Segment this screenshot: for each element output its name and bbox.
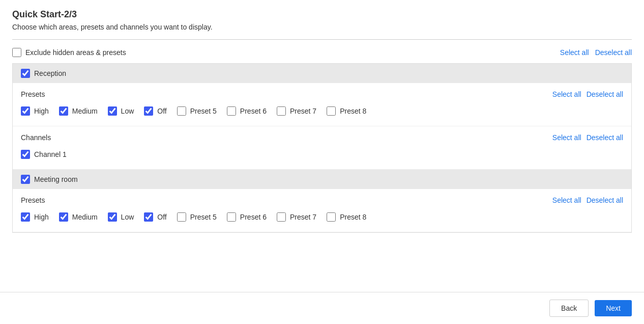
channels-header-reception: Channels Select all Deselect all: [21, 133, 623, 142]
preset-label-meeting-room-0: High: [34, 213, 49, 221]
presets-row-reception: High Medium Low Off Preset 5 Preset 6: [21, 104, 623, 118]
area-header-reception: Reception: [13, 64, 631, 83]
area-header-meeting-room: Meeting room: [13, 170, 631, 189]
presets-header-meeting-room: Presets Select all Deselect all: [21, 196, 623, 204]
area-checkbox-meeting-room[interactable]: [21, 175, 30, 184]
area-name-meeting-room: Meeting room: [34, 175, 78, 183]
area-name-reception: Reception: [34, 69, 66, 77]
preset-checkbox-reception-2[interactable]: [108, 106, 117, 116]
area-checkbox-reception[interactable]: [21, 69, 30, 78]
title-divider: [12, 39, 632, 40]
preset-label-meeting-room-7: Preset 8: [340, 213, 366, 221]
presets-row-meeting-room: High Medium Low Off Preset 5 Preset 6: [21, 210, 623, 224]
preset-label-reception-3: Off: [157, 107, 166, 115]
channel-checkbox-reception-0[interactable]: [21, 150, 30, 159]
preset-label-meeting-room-4: Preset 5: [190, 213, 217, 221]
preset-checkbox-reception-0[interactable]: [21, 106, 30, 116]
preset-item-reception-4[interactable]: Preset 5: [177, 106, 217, 116]
preset-item-meeting-room-4[interactable]: Preset 5: [177, 212, 217, 222]
top-controls: Exclude hidden areas & presets Select al…: [12, 48, 632, 57]
presets-header-reception: Presets Select all Deselect all: [21, 90, 623, 98]
preset-item-reception-5[interactable]: Preset 6: [227, 106, 267, 116]
presets-deselect-all-meeting-room[interactable]: Deselect all: [587, 196, 623, 204]
global-select-all-button[interactable]: Select all: [560, 48, 589, 57]
channels-deselect-all-reception[interactable]: Deselect all: [587, 133, 623, 142]
preset-checkbox-reception-4[interactable]: [177, 106, 186, 116]
preset-label-reception-2: Low: [121, 107, 134, 115]
preset-item-meeting-room-6[interactable]: Preset 7: [277, 212, 316, 222]
preset-label-reception-1: Medium: [72, 107, 98, 115]
preset-label-meeting-room-5: Preset 6: [240, 213, 267, 221]
channels-section-reception: Channels Select all Deselect all Channel…: [13, 126, 631, 170]
exclude-hidden-label: Exclude hidden areas & presets: [25, 48, 126, 57]
page-title: Quick Start-2/3: [12, 9, 632, 20]
next-button[interactable]: Next: [595, 300, 632, 316]
exclude-hidden-checkbox-wrap[interactable]: Exclude hidden areas & presets: [12, 48, 126, 57]
preset-checkbox-meeting-room-6[interactable]: [277, 212, 286, 222]
preset-checkbox-meeting-room-0[interactable]: [21, 212, 30, 222]
exclude-hidden-checkbox[interactable]: [12, 48, 21, 57]
channel-label-reception-0: Channel 1: [34, 150, 67, 158]
preset-checkbox-meeting-room-5[interactable]: [227, 212, 236, 222]
preset-checkbox-meeting-room-4[interactable]: [177, 212, 186, 222]
preset-item-meeting-room-5[interactable]: Preset 6: [227, 212, 267, 222]
presets-title-reception: Presets: [21, 90, 45, 98]
presets-section-reception: Presets Select all Deselect all High Med…: [13, 83, 631, 126]
preset-item-reception-1[interactable]: Medium: [59, 106, 98, 116]
preset-checkbox-meeting-room-2[interactable]: [108, 212, 117, 222]
presets-select-all-meeting-room[interactable]: Select all: [552, 196, 581, 204]
preset-checkbox-meeting-room-3[interactable]: [144, 212, 153, 222]
preset-item-reception-0[interactable]: High: [21, 106, 49, 116]
preset-checkbox-reception-3[interactable]: [144, 106, 153, 116]
preset-checkbox-meeting-room-7[interactable]: [327, 212, 336, 222]
presets-select-all-reception[interactable]: Select all: [552, 90, 581, 98]
preset-item-meeting-room-2[interactable]: Low: [108, 212, 134, 222]
areas-scroll-container[interactable]: Reception Presets Select all Deselect al…: [12, 63, 632, 233]
preset-label-reception-7: Preset 8: [340, 107, 366, 115]
preset-item-meeting-room-0[interactable]: High: [21, 212, 49, 222]
channels-row-reception: Channel 1: [21, 148, 623, 161]
preset-label-meeting-room-6: Preset 7: [290, 213, 316, 221]
preset-checkbox-reception-5[interactable]: [227, 106, 236, 116]
preset-label-reception-0: High: [34, 107, 49, 115]
presets-deselect-all-reception[interactable]: Deselect all: [587, 90, 623, 98]
preset-label-reception-6: Preset 7: [290, 107, 316, 115]
preset-label-meeting-room-3: Off: [157, 213, 166, 221]
preset-label-reception-5: Preset 6: [240, 107, 267, 115]
preset-checkbox-meeting-room-1[interactable]: [59, 212, 68, 222]
preset-item-meeting-room-7[interactable]: Preset 8: [327, 212, 366, 222]
preset-item-meeting-room-1[interactable]: Medium: [59, 212, 98, 222]
preset-item-reception-2[interactable]: Low: [108, 106, 134, 116]
preset-item-reception-3[interactable]: Off: [144, 106, 166, 116]
preset-label-meeting-room-1: Medium: [72, 213, 98, 221]
footer-bar: Back Next: [0, 292, 644, 324]
channels-title-reception: Channels: [21, 133, 51, 142]
channels-select-all-reception[interactable]: Select all: [552, 133, 581, 142]
preset-item-reception-7[interactable]: Preset 8: [327, 106, 366, 116]
back-button[interactable]: Back: [549, 300, 589, 317]
preset-label-reception-4: Preset 5: [190, 107, 217, 115]
preset-checkbox-reception-6[interactable]: [277, 106, 286, 116]
global-deselect-all-button[interactable]: Deselect all: [595, 48, 632, 57]
presets-section-meeting-room: Presets Select all Deselect all High Med…: [13, 189, 631, 232]
preset-label-meeting-room-2: Low: [121, 213, 134, 221]
area-checkbox-wrap-reception[interactable]: Reception: [21, 69, 66, 78]
area-checkbox-wrap-meeting-room[interactable]: Meeting room: [21, 175, 78, 184]
preset-item-reception-6[interactable]: Preset 7: [277, 106, 316, 116]
preset-checkbox-reception-1[interactable]: [59, 106, 68, 116]
preset-item-meeting-room-3[interactable]: Off: [144, 212, 166, 222]
page-subtitle: Choose which areas, presets and channels…: [12, 23, 632, 31]
channel-item-reception-0[interactable]: Channel 1: [21, 150, 67, 159]
presets-title-meeting-room: Presets: [21, 196, 45, 204]
preset-checkbox-reception-7[interactable]: [327, 106, 336, 116]
